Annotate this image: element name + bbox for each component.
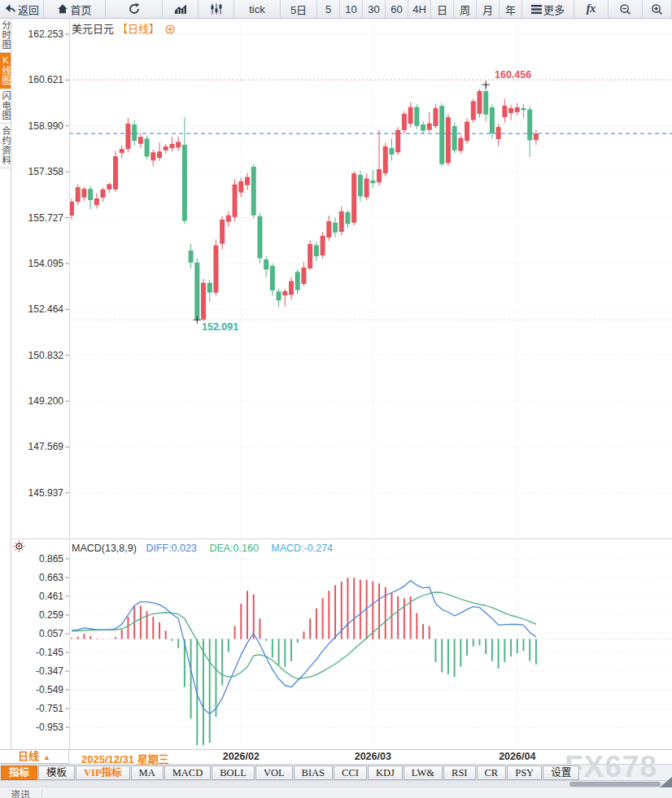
candle-body <box>351 173 356 222</box>
refresh-icon <box>128 2 141 15</box>
macd-axis-label: 0.865 <box>11 553 63 565</box>
panel-divider[interactable] <box>11 539 672 539</box>
macd-header: MACD(13,8,9) DIFF:0.023 DEA:0.160 MACD:-… <box>72 543 333 554</box>
candle-body <box>169 144 174 148</box>
indicator-tab-BIAS[interactable]: BIAS <box>294 765 333 780</box>
x-axis-month-label: 2026/02 <box>216 751 265 762</box>
indicator-tab-MA[interactable]: MA <box>131 765 164 780</box>
sidebar: 分时图K线图闪电图合约资料 <box>0 18 11 749</box>
toolbar-kline-style-button[interactable] <box>199 0 234 18</box>
candle-body <box>471 101 476 120</box>
toolbar-min5-label: 5 <box>325 3 331 15</box>
candle-body <box>496 127 501 139</box>
resize-grip-icon[interactable] <box>660 777 672 787</box>
candle-body <box>270 266 275 290</box>
toolbar-area-chart-button[interactable] <box>163 0 199 18</box>
indicator-tab-CCI[interactable]: CCI <box>334 765 367 780</box>
toolbar-min10-label: 10 <box>345 3 356 15</box>
toolbar-tick-label: tick <box>249 3 265 15</box>
toolbar-refresh-button[interactable] <box>106 0 163 18</box>
indicator-tab-指标[interactable]: 指标 <box>1 765 37 780</box>
candle-body <box>314 245 319 256</box>
toolbar-more-button[interactable]: 更多 <box>522 0 574 18</box>
sidebar-item-合约资料[interactable]: 合约资料 <box>0 124 11 168</box>
candle-body <box>308 244 312 268</box>
macd-dea-value: DEA:0.160 <box>209 543 258 554</box>
toolbar-zoom-out-button[interactable] <box>609 0 643 18</box>
toolbar-yearly-button[interactable]: 年 <box>500 0 522 18</box>
toolbar-min60-label: 60 <box>391 3 402 15</box>
toolbar-5day-button[interactable]: 5日 <box>281 0 317 18</box>
toolbar-daily-button[interactable]: 日 <box>431 0 454 18</box>
toolbar-4hour-label: 4H <box>412 3 426 15</box>
sidebar-divider <box>11 18 11 749</box>
macd-axis-label: -0.953 <box>11 722 63 733</box>
toolbar-fx-button[interactable]: fx <box>574 0 609 18</box>
toolbar-min5-button[interactable]: 5 <box>317 0 340 18</box>
candle-body <box>439 106 444 164</box>
candle-body <box>477 91 482 114</box>
candle-body <box>245 177 250 185</box>
home-icon <box>57 3 68 15</box>
indicator-tab-设置[interactable]: 设置 <box>543 765 579 780</box>
toolbar-min30-button[interactable]: 30 <box>363 0 386 18</box>
indicator-tab-MACD[interactable]: MACD <box>164 765 212 780</box>
candle-body <box>120 149 124 153</box>
candle-body <box>282 291 287 295</box>
candle-body <box>326 221 331 238</box>
sidebar-item-K线图[interactable]: K线图 <box>0 53 11 89</box>
candle-body <box>527 109 532 140</box>
toolbar-monthly-label: 月 <box>482 2 493 17</box>
indicator-tab-BOLL[interactable]: BOLL <box>212 765 255 780</box>
candle-body <box>446 117 451 163</box>
toolbar-back-button[interactable]: 返回 <box>0 0 44 18</box>
candle-body <box>194 263 199 320</box>
candle-body <box>107 184 111 190</box>
toolbar-weekly-button[interactable]: 周 <box>454 0 477 18</box>
toolbar-monthly-button[interactable]: 月 <box>477 0 500 18</box>
toolbar-min60-button[interactable]: 60 <box>386 0 408 18</box>
price-axis-label: 162.253 <box>11 28 63 40</box>
candle-body <box>201 283 206 320</box>
indicator-tab-PSY[interactable]: PSY <box>507 765 542 780</box>
toolbar-zoom-in-button[interactable] <box>643 0 672 18</box>
price-axis-label: 149.200 <box>11 395 63 407</box>
indicator-tab-CR[interactable]: CR <box>477 765 507 780</box>
zoom-out-icon <box>619 3 631 15</box>
toolbar-home-button[interactable]: 首页 <box>44 0 106 18</box>
price-axis-label: 154.095 <box>11 258 63 269</box>
candlestick-chart[interactable] <box>0 0 672 798</box>
candle-body <box>333 223 338 233</box>
candle-body <box>433 108 438 126</box>
indicator-tab-RSI[interactable]: RSI <box>443 765 475 780</box>
indicator-tab-KDJ[interactable]: KDJ <box>368 765 403 780</box>
indicator-tab-LW&[interactable]: LW& <box>404 765 443 780</box>
toolbar-min10-button[interactable]: 10 <box>340 0 363 18</box>
toolbar-more-label: 更多 <box>543 2 565 17</box>
candle-body <box>94 198 99 205</box>
candle-body <box>289 281 294 295</box>
toolbar-tick-button[interactable]: tick <box>234 0 281 18</box>
candle-body <box>421 124 425 131</box>
toolbar-4hour-button[interactable]: 4H <box>408 0 431 18</box>
add-indicator-icon[interactable] <box>165 24 175 34</box>
price-axis-label: 150.832 <box>11 350 63 361</box>
toolbar-weekly-label: 周 <box>460 2 470 17</box>
indicator-tab-row: 指标模板VIP指标MAMACDBOLLVOLBIASCCIKDJLW&RSICR… <box>1 765 580 780</box>
sidebar-item-分时图[interactable]: 分时图 <box>0 18 11 53</box>
candle-body <box>339 211 344 232</box>
candle-body <box>151 152 155 160</box>
candle-body <box>534 133 539 140</box>
indicator-tab-VOL[interactable]: VOL <box>255 765 293 780</box>
sidebar-item-闪电图[interactable]: 闪电图 <box>0 89 11 124</box>
indicator-tab-VIP指标[interactable]: VIP指标 <box>76 765 130 780</box>
period-dropdown[interactable]: 日线▲ <box>0 750 69 764</box>
candle-body <box>164 146 168 150</box>
macd-axis-label: 0.461 <box>11 591 63 602</box>
candle-body <box>113 156 118 190</box>
x-axis-month-label: 2026/04 <box>493 751 542 762</box>
news-tab[interactable]: 资讯 <box>0 790 42 798</box>
macd-axis-label: 0.057 <box>11 628 63 639</box>
indicator-tab-模板[interactable]: 模板 <box>38 765 75 780</box>
indicator-settings-icon[interactable] <box>13 540 25 552</box>
